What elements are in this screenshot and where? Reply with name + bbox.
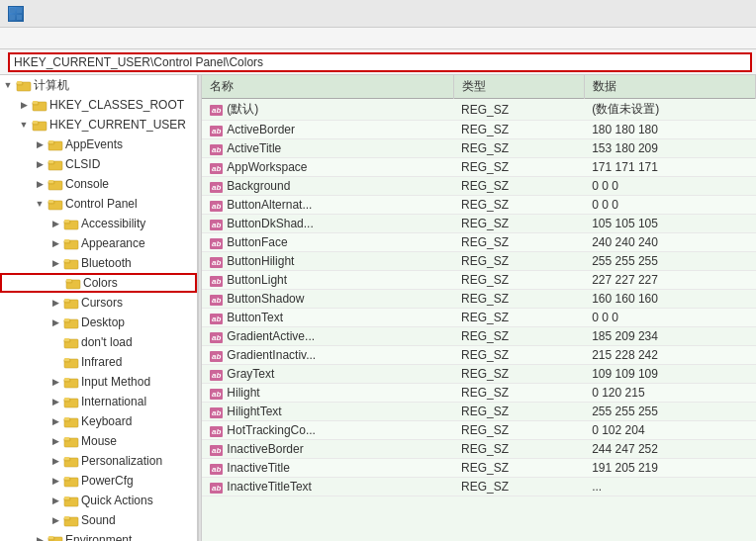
tree-toggle-appevents: ▶ bbox=[32, 136, 47, 152]
menu-file[interactable] bbox=[4, 37, 20, 41]
registry-row[interactable]: abButtonFaceREG_SZ240 240 240 bbox=[202, 233, 756, 252]
folder-icon bbox=[63, 354, 79, 370]
tree-node-console[interactable]: ▶ Console bbox=[0, 174, 197, 194]
tree-node-clsid[interactable]: ▶ CLSID bbox=[0, 154, 197, 174]
tree-label-personalization: Personalization bbox=[81, 454, 162, 468]
tree-label-powercfg: PowerCfg bbox=[81, 474, 134, 488]
registry-row[interactable]: abAppWorkspaceREG_SZ171 171 171 bbox=[202, 158, 756, 177]
registry-row[interactable]: abButtonAlternat...REG_SZ0 0 0 bbox=[202, 196, 756, 215]
tree-node-environment[interactable]: ▶ Environment bbox=[0, 530, 197, 541]
address-input[interactable] bbox=[8, 52, 752, 72]
tree-toggle-computer: ▼ bbox=[0, 77, 16, 93]
reg-data: 0 0 0 bbox=[584, 177, 755, 196]
folder-icon bbox=[63, 235, 79, 251]
registry-row[interactable]: abBackgroundREG_SZ0 0 0 bbox=[202, 177, 756, 196]
tree-node-international[interactable]: ▶ International bbox=[0, 392, 197, 411]
reg-data: 160 160 160 bbox=[584, 290, 755, 309]
menu-help[interactable] bbox=[67, 37, 83, 41]
registry-row[interactable]: abInactiveBorderREG_SZ244 247 252 bbox=[202, 440, 756, 459]
registry-row[interactable]: abButtonTextREG_SZ0 0 0 bbox=[202, 309, 756, 327]
tree-node-personalization[interactable]: ▶ Personalization bbox=[0, 451, 197, 471]
folder-icon bbox=[47, 156, 63, 172]
reg-name: abHilight bbox=[202, 384, 453, 403]
reg-type: REG_SZ bbox=[453, 346, 584, 365]
menu-edit[interactable] bbox=[20, 37, 36, 41]
reg-data: 171 171 171 bbox=[584, 158, 755, 177]
tree-node-current_user[interactable]: ▼ HKEY_CURRENT_USER bbox=[0, 115, 197, 135]
registry-table-header: 名称 类型 数据 bbox=[202, 75, 756, 99]
menu-favorites[interactable] bbox=[51, 37, 67, 41]
reg-type-icon: ab bbox=[210, 144, 223, 155]
reg-name: abButtonText bbox=[202, 309, 453, 327]
reg-data: 0 0 0 bbox=[584, 196, 755, 215]
registry-row[interactable]: abButtonHilightREG_SZ255 255 255 bbox=[202, 252, 756, 271]
registry-row[interactable]: ab(默认)REG_SZ(数值未设置) bbox=[202, 99, 756, 121]
registry-row[interactable]: abInactiveTitleREG_SZ191 205 219 bbox=[202, 459, 756, 478]
tree-toggle-controlpanel: ▼ bbox=[32, 196, 47, 212]
registry-row[interactable]: abInactiveTitleTextREG_SZ... bbox=[202, 478, 756, 496]
reg-type-icon: ab bbox=[210, 483, 223, 494]
reg-type-icon: ab bbox=[210, 105, 223, 116]
reg-type-icon: ab bbox=[210, 126, 223, 136]
folder-icon bbox=[65, 275, 81, 291]
tree-node-colors[interactable]: Colors bbox=[0, 273, 197, 293]
menu-view[interactable] bbox=[36, 37, 51, 41]
svg-rect-75 bbox=[48, 536, 53, 539]
folder-icon bbox=[63, 334, 79, 350]
registry-row[interactable]: abActiveBorderREG_SZ180 180 180 bbox=[202, 121, 756, 139]
registry-row[interactable]: abGradientInactiv...REG_SZ215 228 242 bbox=[202, 346, 756, 365]
tree-label-quickactions: Quick Actions bbox=[81, 494, 153, 507]
reg-type: REG_SZ bbox=[453, 271, 584, 290]
folder-icon bbox=[47, 136, 63, 152]
svg-rect-48 bbox=[64, 358, 69, 361]
reg-name: abButtonHilight bbox=[202, 252, 453, 271]
reg-type: REG_SZ bbox=[453, 233, 584, 252]
reg-type-icon: ab bbox=[210, 445, 223, 456]
registry-row[interactable]: abButtonDkShad...REG_SZ105 105 105 bbox=[202, 215, 756, 233]
reg-name: abInactiveBorder bbox=[202, 440, 453, 459]
tree-node-bluetooth[interactable]: ▶ Bluetooth bbox=[0, 253, 197, 273]
tree-node-dontload[interactable]: don't load bbox=[0, 332, 197, 352]
tree-label-desktop: Desktop bbox=[81, 316, 125, 329]
folder-icon bbox=[47, 196, 63, 212]
registry-row[interactable]: abGrayTextREG_SZ109 109 109 bbox=[202, 365, 756, 384]
registry-row[interactable]: abGradientActive...REG_SZ185 209 234 bbox=[202, 327, 756, 346]
folder-icon bbox=[63, 512, 79, 528]
main-content: ▼ 计算机▶ HKEY_CLASSES_ROOT▼ HKEY_CURRENT_U… bbox=[0, 75, 756, 541]
tree-node-desktop[interactable]: ▶ Desktop bbox=[0, 313, 197, 332]
tree-label-infrared: Infrared bbox=[81, 355, 122, 369]
tree-node-classes_root[interactable]: ▶ HKEY_CLASSES_ROOT bbox=[0, 95, 197, 115]
registry-row[interactable]: abButtonShadowREG_SZ160 160 160 bbox=[202, 290, 756, 309]
tree-node-powercfg[interactable]: ▶ PowerCfg bbox=[0, 471, 197, 491]
registry-row[interactable]: abHilightTextREG_SZ255 255 255 bbox=[202, 403, 756, 421]
tree-node-appevents[interactable]: ▶ AppEvents bbox=[0, 135, 197, 154]
tree-node-inputmethod[interactable]: ▶ Input Method bbox=[0, 372, 197, 392]
tree-node-appearance[interactable]: ▶ Appearance bbox=[0, 233, 197, 253]
registry-row[interactable]: abActiveTitleREG_SZ153 180 209 bbox=[202, 139, 756, 158]
tree-node-controlpanel[interactable]: ▼ Control Panel bbox=[0, 194, 197, 214]
tree-node-infrared[interactable]: Infrared bbox=[0, 352, 197, 372]
tree-label-dontload: don't load bbox=[81, 335, 133, 349]
reg-type-icon: ab bbox=[210, 407, 223, 418]
tree-node-sound[interactable]: ▶ Sound bbox=[0, 510, 197, 530]
folder-icon bbox=[32, 117, 47, 133]
svg-rect-15 bbox=[48, 140, 53, 143]
reg-type-icon: ab bbox=[210, 257, 223, 268]
svg-rect-66 bbox=[64, 477, 69, 480]
tree-node-keyboard[interactable]: ▶ Keyboard bbox=[0, 411, 197, 431]
svg-rect-1 bbox=[17, 8, 22, 13]
reg-data: 215 228 242 bbox=[584, 346, 755, 365]
reg-type: REG_SZ bbox=[453, 459, 584, 478]
reg-data: 255 255 255 bbox=[584, 403, 755, 421]
registry-row[interactable]: abHilightREG_SZ0 120 215 bbox=[202, 384, 756, 403]
reg-data: 105 105 105 bbox=[584, 215, 755, 233]
registry-row[interactable]: abButtonLightREG_SZ227 227 227 bbox=[202, 271, 756, 290]
tree-node-mouse[interactable]: ▶ Mouse bbox=[0, 431, 197, 451]
tree-node-computer[interactable]: ▼ 计算机 bbox=[0, 75, 197, 95]
reg-data: 244 247 252 bbox=[584, 440, 755, 459]
tree-node-accessibility[interactable]: ▶ Accessibility bbox=[0, 214, 197, 233]
tree-node-quickactions[interactable]: ▶ Quick Actions bbox=[0, 491, 197, 510]
registry-row[interactable]: abHotTrackingCo...REG_SZ0 102 204 bbox=[202, 421, 756, 440]
tree-toggle-dontload bbox=[47, 334, 63, 350]
tree-node-cursors[interactable]: ▶ Cursors bbox=[0, 293, 197, 313]
